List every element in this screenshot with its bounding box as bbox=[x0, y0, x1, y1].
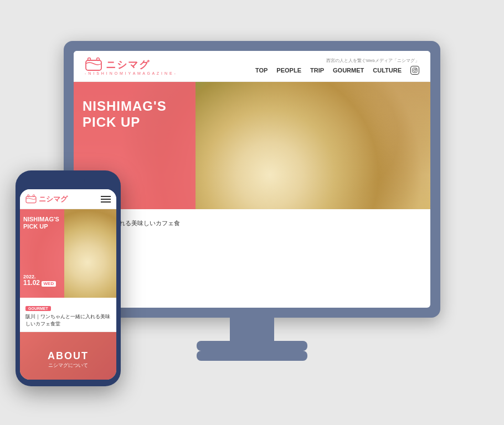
phone-hero-title-text: NISHIMAG'S PICK UP bbox=[23, 216, 59, 230]
hero-section: NISHIMAG'S PICK UP 2022. 11.02 んと一緒に入れる美… bbox=[74, 82, 430, 237]
svg-rect-3 bbox=[413, 68, 417, 72]
svg-point-8 bbox=[33, 194, 34, 196]
phone-hero-date: 2022. 11.02 WED bbox=[23, 274, 56, 287]
main-nav: TOP PEOPLE TRIP GOURMET CULTURE bbox=[255, 66, 419, 75]
phone-menu-icon[interactable] bbox=[101, 196, 111, 203]
header-right: 西宮の人と人を繋ぐWebメディア「ニシマグ」 TOP PEOPLE TRIP G… bbox=[255, 58, 419, 75]
phone-about-text: ABOUT bbox=[48, 350, 89, 362]
phone-about-sub: ニシマグについて bbox=[48, 362, 88, 369]
hamburger-line-3 bbox=[101, 201, 111, 203]
nav-culture[interactable]: CULTURE bbox=[373, 67, 402, 74]
phone-screen: ニシマグ NISHIMAG'S PICK UP bbox=[20, 189, 116, 380]
phone-hero-date-text: 2022. 11.02 WED bbox=[23, 274, 56, 287]
logo-icon bbox=[85, 57, 102, 72]
hero-title-line2: PICK UP bbox=[83, 115, 167, 131]
nav-gourmet[interactable]: GOURMET bbox=[333, 67, 364, 74]
phone-logo-text: ニシマグ bbox=[39, 194, 68, 204]
logo-main: ニシマグ bbox=[85, 57, 150, 72]
hero-dot-5[interactable] bbox=[418, 224, 421, 227]
logo-sub: - N I S H I N O M I Y A M A G A Z I N E … bbox=[85, 71, 176, 75]
hero-caption: んと一緒に入れる美味しいカフェ食 bbox=[74, 209, 430, 237]
nav-top[interactable]: TOP bbox=[255, 67, 268, 74]
svg-point-4 bbox=[414, 69, 416, 71]
hamburger-line-2 bbox=[101, 199, 111, 200]
hero-dots[interactable] bbox=[396, 224, 421, 227]
phone-article-title: 阪川｜ワンちゃんと一緒に入れる美味しいカフェ食堂 bbox=[25, 313, 111, 327]
phone-about-overlay: ABOUT ニシマグについて bbox=[20, 332, 116, 380]
hero-title-text: NISHIMAG'S PICK UP bbox=[83, 99, 167, 131]
hero-dot-2[interactable] bbox=[402, 224, 405, 227]
nav-trip[interactable]: TRIP bbox=[310, 67, 324, 74]
monitor-neck bbox=[230, 318, 274, 351]
phone-title-line1: NISHIMAG'S bbox=[23, 216, 59, 222]
phone-article: GOURMET 阪川｜ワンちゃんと一緒に入れる美味しいカフェ食堂 bbox=[20, 298, 116, 332]
svg-point-1 bbox=[88, 58, 91, 61]
phone-header: ニシマグ bbox=[20, 189, 116, 209]
phone-date-badge: WED bbox=[42, 281, 56, 287]
tagline: 西宮の人と人を繋ぐWebメディア「ニシマグ」 bbox=[326, 58, 419, 64]
phone-about: ABOUT ニシマグについて bbox=[20, 332, 116, 380]
scene: ニシマグ - N I S H I N O M I Y A M A G A Z I… bbox=[0, 0, 504, 425]
hero-dot-1[interactable] bbox=[396, 224, 399, 227]
phone: ニシマグ NISHIMAG'S PICK UP bbox=[16, 170, 121, 386]
hero-title: NISHIMAG'S PICK UP bbox=[83, 99, 167, 131]
website-header: ニシマグ - N I S H I N O M I Y A M A G A Z I… bbox=[74, 51, 430, 82]
monitor-stand bbox=[197, 351, 307, 361]
phone-article-tag: GOURMET bbox=[25, 306, 51, 311]
svg-rect-0 bbox=[86, 60, 101, 70]
monitor-screen: ニシマグ - N I S H I N O M I Y A M A G A Z I… bbox=[74, 51, 430, 308]
hamburger-line-1 bbox=[101, 196, 111, 197]
nav-people[interactable]: PEOPLE bbox=[276, 67, 301, 74]
hero-dot-4[interactable] bbox=[413, 224, 416, 227]
hero-dot-3[interactable] bbox=[407, 224, 410, 227]
svg-point-5 bbox=[416, 69, 416, 69]
logo-text-jp: ニシマグ bbox=[106, 58, 150, 71]
svg-point-2 bbox=[97, 58, 100, 61]
phone-hero-title: NISHIMAG'S PICK UP bbox=[23, 216, 59, 230]
logo-area: ニシマグ - N I S H I N O M I Y A M A G A Z I… bbox=[85, 57, 176, 75]
phone-hero: NISHIMAG'S PICK UP 2022. 11.02 WED bbox=[20, 209, 116, 298]
phone-logo: ニシマグ bbox=[25, 194, 68, 204]
svg-point-7 bbox=[27, 194, 29, 196]
phone-notch bbox=[52, 177, 85, 186]
phone-body: ニシマグ NISHIMAG'S PICK UP bbox=[16, 170, 121, 386]
phone-title-line2: PICK UP bbox=[23, 223, 48, 230]
svg-rect-6 bbox=[26, 196, 36, 203]
phone-logo-icon bbox=[25, 194, 37, 204]
hero-title-line1: NISHIMAG'S bbox=[83, 99, 167, 115]
instagram-icon[interactable] bbox=[410, 66, 419, 75]
